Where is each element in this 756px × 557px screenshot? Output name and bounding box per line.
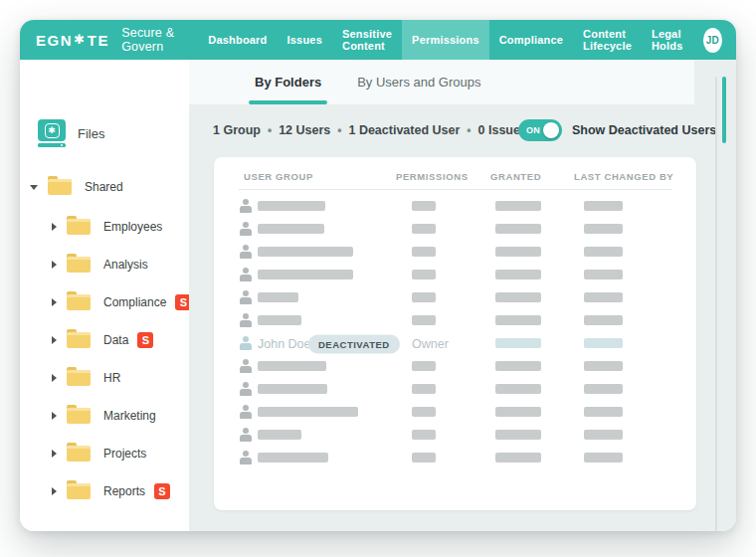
- egnyte-asterisk-icon: ✱: [74, 32, 87, 47]
- table-row[interactable]: [214, 309, 696, 332]
- last-changed-placeholder-bar: [584, 224, 623, 234]
- granted-placeholder-bar: [495, 384, 541, 394]
- table-row[interactable]: [214, 264, 696, 286]
- granted-placeholder-bar: [495, 247, 541, 257]
- summary-stat-1-group: 1 Group: [213, 123, 261, 137]
- permissions-placeholder-bar: [412, 224, 436, 234]
- table-row[interactable]: [214, 286, 696, 309]
- name-placeholder-bar: [258, 407, 358, 417]
- table-row[interactable]: [214, 447, 696, 469]
- granted-placeholder-bar: [495, 315, 541, 325]
- summary-separator-icon: •: [467, 123, 471, 137]
- tree-item-analysis[interactable]: Analysis: [52, 253, 148, 277]
- summary-separator-icon: •: [337, 123, 341, 137]
- name-placeholder-bar: [258, 315, 301, 325]
- show-deactivated-toggle[interactable]: ON: [518, 119, 562, 141]
- table-row[interactable]: [214, 378, 696, 401]
- sensitive-badge: S: [154, 483, 170, 499]
- caret-collapsed-icon[interactable]: [52, 223, 57, 231]
- last-changed-placeholder-bar: [584, 338, 623, 348]
- tree-item-shared[interactable]: Shared: [30, 175, 123, 199]
- nav-item-issues[interactable]: Issues: [278, 20, 332, 60]
- tree-item-data[interactable]: DataS: [52, 328, 153, 352]
- folder-icon: [67, 294, 91, 310]
- scrollbar-thumb[interactable]: [722, 77, 726, 143]
- tree-item-hr[interactable]: HR: [52, 366, 120, 390]
- permissions-placeholder-bar: [412, 453, 436, 463]
- sidebar-item-files[interactable]: ✱ Files: [38, 119, 104, 147]
- caret-collapsed-icon[interactable]: [52, 261, 57, 269]
- deactivated-user-name: John Doe: [258, 337, 311, 351]
- nav-item-compliance[interactable]: Compliance: [489, 20, 573, 60]
- nav-item-legal-holds[interactable]: Legal Holds: [642, 20, 693, 60]
- tree-label-hr: HR: [103, 371, 120, 385]
- nav-item-dashboard[interactable]: Dashboard: [198, 20, 277, 60]
- caret-expanded-icon[interactable]: [30, 185, 38, 190]
- last-changed-placeholder-bar: [584, 247, 623, 257]
- caret-collapsed-icon[interactable]: [52, 450, 57, 458]
- table-row[interactable]: [214, 218, 696, 241]
- folder-icon: [67, 219, 91, 235]
- name-placeholder-bar: [258, 361, 326, 371]
- nav-item-sensitive-content[interactable]: Sensitive Content: [332, 20, 402, 60]
- name-placeholder-bar: [258, 201, 325, 211]
- user-icon: [239, 199, 253, 214]
- tree-label-employees: Employees: [103, 220, 162, 234]
- column-header-last-changed-by: LAST CHANGED BY: [574, 171, 673, 182]
- main-content: By FoldersBy Users and Groups 1 Group•12…: [189, 60, 736, 531]
- user-icon: [239, 451, 253, 465]
- permissions-placeholder-bar: [412, 270, 436, 279]
- table-rows: John DoeDEACTIVATEDOwner: [214, 195, 696, 469]
- granted-placeholder-bar: [495, 430, 541, 440]
- caret-collapsed-icon[interactable]: [52, 374, 57, 382]
- caret-collapsed-icon[interactable]: [52, 412, 57, 420]
- summary-stat-12-users: 12 Users: [279, 123, 330, 137]
- name-placeholder-bar: [258, 292, 298, 302]
- egnyte-logo: EGN ✱ TE: [36, 32, 109, 49]
- nav-item-content-lifecycle[interactable]: Content Lifecycle: [573, 20, 642, 60]
- name-placeholder-bar: [258, 430, 301, 440]
- sensitive-badge: S: [137, 332, 153, 348]
- caret-collapsed-icon[interactable]: [52, 298, 57, 306]
- column-header-granted: GRANTED: [490, 171, 541, 182]
- table-row[interactable]: [214, 195, 696, 218]
- tree-label-analysis: Analysis: [103, 258, 148, 272]
- summary-stats: 1 Group•12 Users•1 Deactivated User•0 Is…: [213, 118, 527, 142]
- files-drive-icon: ✱: [38, 119, 66, 147]
- table-row-deactivated-user[interactable]: John DoeDEACTIVATEDOwner: [214, 332, 696, 355]
- deactivated-badge: DEACTIVATED: [308, 334, 400, 353]
- app-window: EGN ✱ TE Secure & Govern DashboardIssues…: [20, 20, 736, 531]
- last-changed-placeholder-bar: [584, 407, 623, 417]
- sidebar: ✱ Files Shared EmployeesAnalysisComplian…: [20, 60, 189, 531]
- table-row[interactable]: [214, 241, 696, 264]
- last-changed-placeholder-bar: [584, 430, 623, 440]
- caret-collapsed-icon[interactable]: [52, 487, 57, 495]
- permissions-placeholder-bar: [412, 292, 436, 302]
- scrollbar-track[interactable]: [715, 77, 717, 531]
- table-row[interactable]: [214, 401, 696, 424]
- column-header-permissions: PERMISSIONS: [396, 171, 469, 182]
- last-changed-placeholder-bar: [584, 292, 623, 302]
- permissions-placeholder-bar: [412, 315, 436, 325]
- table-row[interactable]: [214, 424, 696, 447]
- logo-text-prefix: EGN: [36, 32, 73, 49]
- tree-item-projects[interactable]: Projects: [52, 442, 146, 465]
- table-row[interactable]: [214, 355, 696, 378]
- tab-by-folders[interactable]: By Folders: [237, 60, 339, 104]
- tree-item-compliance[interactable]: ComplianceS: [52, 290, 191, 314]
- name-placeholder-bar: [258, 384, 327, 394]
- tree-item-employees[interactable]: Employees: [52, 215, 162, 239]
- nav-item-permissions[interactable]: Permissions: [402, 20, 489, 60]
- tree-label-marketing: Marketing: [103, 409, 156, 423]
- name-placeholder-bar: [258, 453, 328, 463]
- tree-item-reports[interactable]: ReportsS: [52, 479, 170, 503]
- tab-by-users-and-groups[interactable]: By Users and Groups: [339, 60, 498, 104]
- tree-item-marketing[interactable]: Marketing: [52, 404, 156, 428]
- deactivated-toggle-group: ON Show Deactivated Users: [518, 119, 716, 141]
- user-icon: [239, 268, 253, 282]
- logo-text-suffix: TE: [88, 32, 109, 49]
- caret-collapsed-icon[interactable]: [52, 336, 57, 344]
- folder-icon: [67, 257, 91, 273]
- granted-placeholder-bar: [495, 361, 541, 371]
- user-avatar[interactable]: JD: [703, 28, 722, 53]
